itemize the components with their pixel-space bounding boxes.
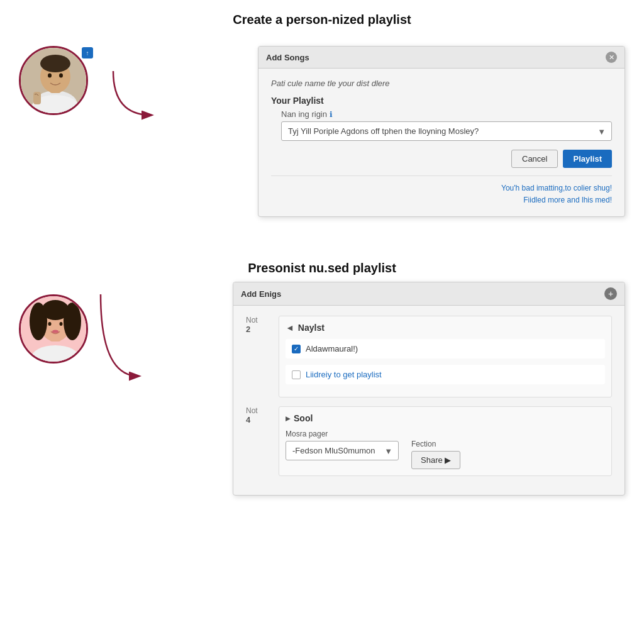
- checkbox-2-label: Liidreiy to get playlist: [306, 370, 382, 379]
- sub-label: Nan ing rigin: [281, 109, 327, 119]
- svg-point-4: [40, 55, 70, 72]
- dialog-subtitle: Pati cule name tle your dist dlere: [271, 79, 612, 88]
- checkbox-1-checked[interactable]: ✓: [292, 345, 301, 353]
- dialog-title-2: Add Enigs: [241, 289, 281, 299]
- checkbox-1-label: Aldawmaural!): [306, 344, 358, 353]
- playlist-section-label: Your Playlist: [271, 96, 612, 106]
- note-2-label: Not 2: [246, 316, 271, 334]
- hint-line-1: You'h bad imatting,to colier shug!: [271, 182, 612, 194]
- playlist-section-title: Naylst: [298, 323, 325, 333]
- section-1: ↑ Add Songs ✕ Pati cule name tle your di…: [19, 33, 625, 236]
- arrow-1: [107, 65, 157, 128]
- svg-point-16: [48, 322, 52, 326]
- playlist-dropdown-wrapper: Tyj Yill Poriple Agdons off tphen the ll…: [281, 121, 612, 141]
- mosra-pager-label: Mosra pager: [286, 430, 399, 438]
- playlist-dropdown[interactable]: Tyj Yill Poriple Agdons off tphen the ll…: [281, 121, 612, 141]
- checkbox-row-2[interactable]: Liidreiy to get playlist: [286, 365, 605, 384]
- playlist-options-block: ◄ Naylst ✓ Aldawmaural!) Liidreiy to get…: [279, 316, 612, 397]
- cancel-button[interactable]: Cancel: [511, 150, 558, 168]
- note-2-block: Not 2 ◄ Naylst ✓ Aldawmaural!) Liidreiy …: [246, 316, 612, 397]
- top-title: Create a person-nized playlist: [0, 0, 644, 27]
- avatar-male: ↑: [19, 46, 94, 121]
- tool-col-1: Mosra pager -Fedson MluS0mumon ▼: [286, 430, 399, 469]
- playlist-section-icon: ◄: [286, 323, 294, 333]
- dialog-header-1: Add Songs ✕: [258, 47, 625, 69]
- dialog-plus-button[interactable]: +: [604, 287, 617, 300]
- svg-point-18: [52, 330, 58, 333]
- checkbox-2-unchecked[interactable]: [292, 370, 301, 379]
- playlist-button[interactable]: Playlist: [563, 150, 612, 168]
- sool-header: ▸ Sool: [286, 413, 605, 423]
- svg-point-5: [48, 74, 52, 78]
- tool-col-2: Fection Share ▶: [411, 440, 460, 469]
- avatar-female: [19, 294, 94, 420]
- arrow-2: [94, 288, 145, 389]
- tool-section-icon: ▸: [286, 413, 290, 423]
- hint-text: You'h bad imatting,to colier shug! Fiidl…: [271, 182, 612, 206]
- divider-1: [271, 175, 612, 176]
- checkbox-row-1[interactable]: ✓ Aldawmaural!): [286, 339, 605, 358]
- note-4-block: Not 4 ▸ Sool Mosra pager -Fedson MluS0: [246, 406, 612, 476]
- dialog-header-2: Add Enigs +: [233, 282, 625, 306]
- dialog-close-button-1[interactable]: ✕: [606, 52, 617, 63]
- info-icon: ℹ: [330, 110, 333, 119]
- share-button[interactable]: Share ▶: [411, 451, 460, 469]
- dialog-body-2: Not 2 ◄ Naylst ✓ Aldawmaural!) Liidreiy …: [233, 306, 625, 495]
- hint-line-2: Fiidled more and lhis med!: [271, 194, 612, 206]
- dialog-title-1: Add Songs: [266, 53, 309, 62]
- dialog-add-enigs: Add Enigs + Not 2 ◄ Naylst ✓ Aldawmaural…: [233, 282, 625, 496]
- tool-block: ▸ Sool Mosra pager -Fedson MluS0mumon ▼: [279, 406, 612, 476]
- fection-label: Fection: [411, 440, 460, 448]
- naylst-header: ◄ Naylst: [286, 323, 605, 333]
- note-4-label: Not 4: [246, 406, 271, 425]
- dialog-add-songs: Add Songs ✕ Pati cule name tle your dist…: [258, 46, 625, 217]
- mosra-dropdown-wrapper: -Fedson MluS0mumon ▼: [286, 441, 399, 460]
- dialog-body-1: Pati cule name tle your dist dlere Your …: [258, 69, 625, 216]
- tool-section-title: Sool: [294, 413, 313, 423]
- svg-point-17: [60, 322, 63, 326]
- svg-point-6: [59, 74, 63, 78]
- section-2: Add Enigs + Not 2 ◄ Naylst ✓ Aldawmaural…: [19, 282, 625, 496]
- button-row: Cancel Playlist: [271, 150, 612, 168]
- svg-rect-8: [33, 92, 41, 104]
- mosra-dropdown[interactable]: -Fedson MluS0mumon: [286, 441, 399, 460]
- bottom-title: Presonist nu.sed playlist: [0, 248, 644, 275]
- tool-row: Mosra pager -Fedson MluS0mumon ▼ Fection…: [286, 430, 605, 469]
- svg-point-15: [42, 300, 69, 320]
